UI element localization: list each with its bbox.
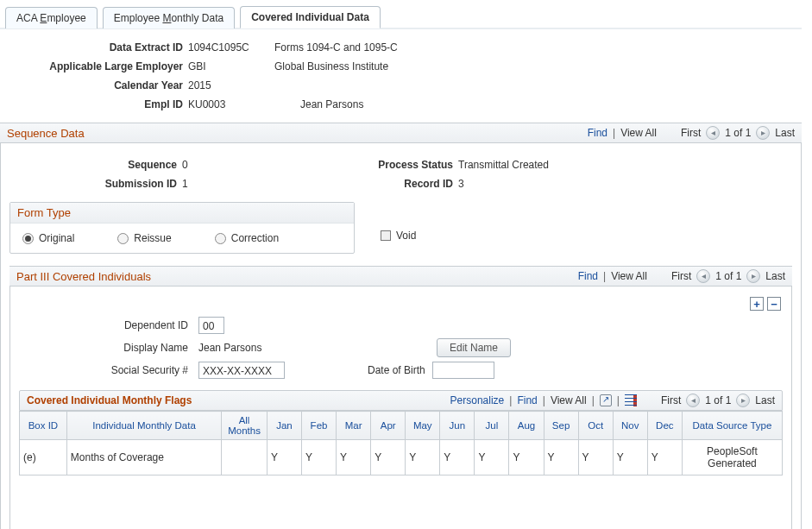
label-record-id: Record ID	[355, 178, 458, 190]
col-aug[interactable]: Aug	[509, 412, 544, 440]
seq-next-icon[interactable]: ▸	[756, 126, 770, 140]
cell-may: Y	[406, 440, 440, 475]
p3-prev-icon[interactable]: ◂	[696, 269, 710, 283]
input-dependent-id[interactable]: 00	[198, 317, 224, 334]
flags-table: Box ID Individual Monthly Data All Month…	[19, 411, 783, 475]
header-block: Data Extract ID 1094C1095C Forms 1094-C …	[0, 29, 802, 119]
flags-personalize-link[interactable]: Personalize	[450, 394, 505, 406]
label-dependent-id: Dependent ID	[71, 319, 192, 331]
label-empl-id: Empl ID	[16, 98, 188, 110]
add-row-button[interactable]: +	[750, 297, 764, 311]
section-title-flags: Covered Individual Monthly Flags	[27, 394, 192, 406]
cell-box: (e)	[20, 440, 67, 475]
radio-original[interactable]: Original	[22, 232, 74, 244]
section-title-part3: Part III Covered Individuals	[16, 270, 151, 283]
download-grid-icon[interactable]	[625, 394, 637, 406]
col-nov[interactable]: Nov	[613, 412, 647, 440]
cell-jul: Y	[475, 440, 509, 475]
radio-dot-icon	[22, 233, 34, 244]
seq-first[interactable]: First	[681, 127, 701, 139]
flags-header-row: Box ID Individual Monthly Data All Month…	[20, 412, 783, 440]
label-ale: Applicable Large Employer	[16, 60, 188, 72]
p3-next-icon[interactable]: ▸	[746, 269, 760, 283]
input-dob[interactable]	[432, 362, 494, 379]
value-process-status: Transmittal Created	[458, 159, 549, 171]
section-flags: Covered Individual Monthly Flags Persona…	[19, 390, 783, 411]
value-sequence: 0	[182, 159, 355, 171]
flags-view-all[interactable]: View All	[551, 394, 587, 406]
tab-covered-individual-data[interactable]: Covered Individual Data	[240, 6, 381, 28]
flags-next-icon[interactable]: ▸	[736, 394, 750, 407]
col-dec[interactable]: Dec	[647, 412, 682, 440]
cell-oct: Y	[578, 440, 613, 475]
groupbox-title-form-type: Form Type	[10, 203, 354, 224]
cell-sep: Y	[544, 440, 578, 475]
cell-aug: Y	[509, 440, 544, 475]
value-year: 2015	[188, 79, 274, 91]
radio-dot-icon	[117, 233, 129, 244]
col-mar[interactable]: Mar	[337, 412, 371, 440]
cell-dec: Y	[647, 440, 682, 475]
col-sep[interactable]: Sep	[544, 412, 578, 440]
cell-mar: Y	[337, 440, 371, 475]
value-empl-name: Jean Parsons	[274, 98, 363, 110]
groupbox-form-type: Form Type Original Reissue Correction	[9, 202, 355, 254]
value-empl-id: KU0003	[188, 98, 274, 110]
flags-first[interactable]: First	[661, 394, 681, 406]
radio-reissue[interactable]: Reissue	[117, 232, 171, 244]
value-submission-id: 1	[182, 178, 355, 190]
label-sequence: Sequence	[9, 159, 182, 171]
checkbox-void[interactable]: Void	[381, 230, 416, 242]
cell-nov: Y	[613, 440, 647, 475]
section-part3: Part III Covered Individuals Find | View…	[9, 266, 792, 287]
col-oct[interactable]: Oct	[578, 412, 613, 440]
cell-feb: Y	[301, 440, 336, 475]
col-jan[interactable]: Jan	[267, 412, 301, 440]
cell-imd: Months of Coverage	[66, 440, 221, 475]
edit-name-button[interactable]: Edit Name	[437, 338, 511, 357]
delete-row-button[interactable]: −	[767, 297, 781, 311]
checkbox-box-icon	[381, 230, 391, 241]
radio-correction[interactable]: Correction	[215, 232, 279, 244]
col-box-id[interactable]: Box ID	[20, 412, 67, 440]
seq-last[interactable]: Last	[775, 127, 795, 139]
section-title-sequence: Sequence Data	[7, 127, 85, 140]
zoom-icon[interactable]	[600, 394, 612, 406]
col-feb[interactable]: Feb	[301, 412, 336, 440]
radio-dot-icon	[215, 233, 226, 244]
col-src[interactable]: Data Source Type	[682, 412, 782, 440]
p3-find-link[interactable]: Find	[578, 270, 598, 282]
flags-last[interactable]: Last	[755, 394, 775, 406]
col-jun[interactable]: Jun	[440, 412, 475, 440]
p3-count: 1 of 1	[715, 270, 741, 282]
tab-employee-monthly-data[interactable]: Employee Monthly Data	[103, 7, 235, 28]
value-data-extract-id: 1094C1095C	[188, 41, 274, 54]
value-record-id: 3	[458, 178, 464, 190]
label-process-status: Process Status	[355, 159, 458, 171]
col-jul[interactable]: Jul	[475, 412, 509, 440]
flags-prev-icon[interactable]: ◂	[686, 394, 700, 407]
table-row: (e) Months of Coverage Y Y Y Y Y Y Y Y Y…	[20, 440, 783, 475]
input-ssn[interactable]: XXX-XX-XXXX	[198, 362, 285, 379]
section-sequence-data: Sequence Data Find | View All First ◂ 1 …	[0, 123, 802, 143]
cell-all	[222, 440, 268, 475]
tab-aca-employee[interactable]: ACA Employee	[5, 7, 98, 28]
cell-apr: Y	[371, 440, 406, 475]
flags-count: 1 of 1	[705, 394, 731, 406]
seq-view-all[interactable]: View All	[620, 127, 657, 139]
flags-find-link[interactable]: Find	[517, 394, 537, 406]
label-ssn: Social Security #	[71, 364, 192, 376]
col-imd[interactable]: Individual Monthly Data	[66, 412, 221, 440]
label-dob: Date of Birth	[368, 364, 425, 376]
p3-last[interactable]: Last	[765, 270, 785, 282]
seq-find-link[interactable]: Find	[588, 127, 607, 139]
cell-jun: Y	[440, 440, 475, 475]
col-may[interactable]: May	[406, 412, 440, 440]
col-apr[interactable]: Apr	[371, 412, 406, 440]
sequence-panel: Sequence 0 Process Status Transmittal Cr…	[0, 143, 802, 529]
cell-jan: Y	[267, 440, 301, 475]
seq-prev-icon[interactable]: ◂	[706, 126, 720, 140]
col-all[interactable]: All Months	[222, 412, 268, 440]
p3-first[interactable]: First	[671, 270, 691, 282]
p3-view-all[interactable]: View All	[611, 270, 647, 282]
